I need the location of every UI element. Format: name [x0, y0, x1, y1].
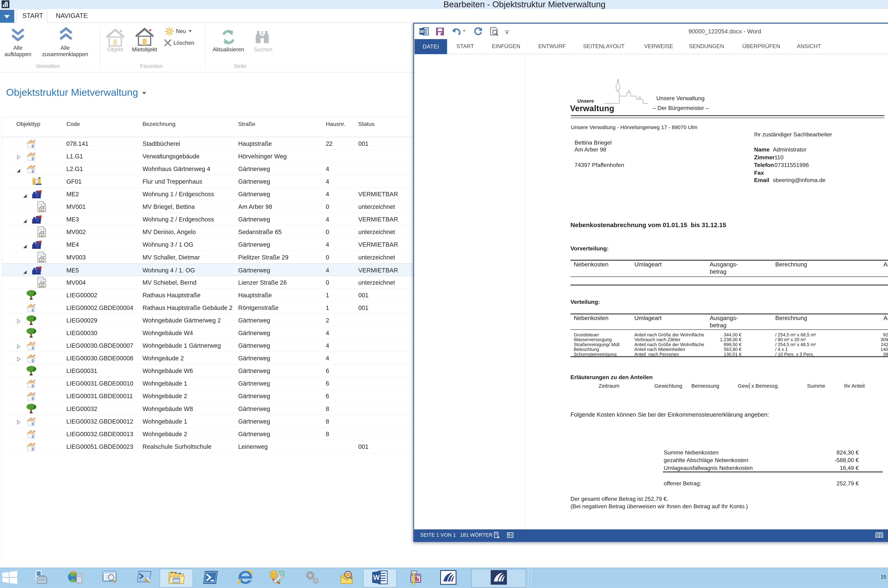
- svg-text:W: W: [373, 574, 380, 581]
- svg-text:W: W: [420, 29, 424, 34]
- svg-text:x: x: [498, 535, 500, 538]
